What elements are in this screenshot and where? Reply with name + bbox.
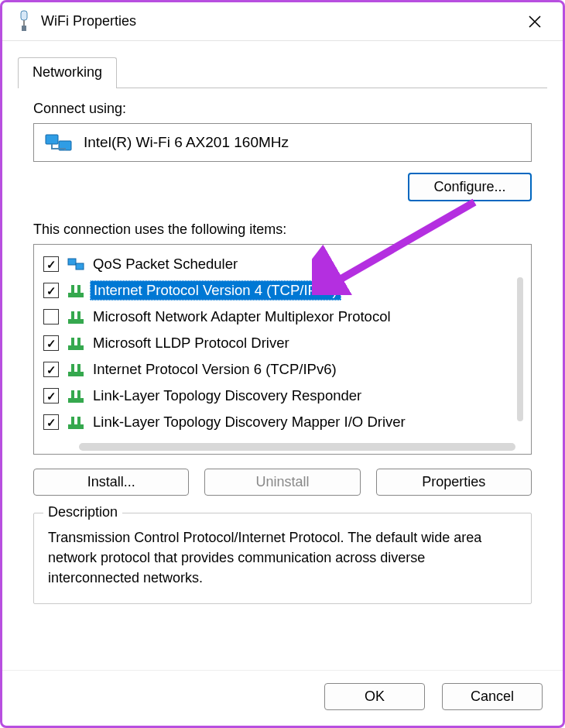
svg-rect-1 [23, 20, 25, 26]
item-checkbox[interactable] [43, 335, 59, 351]
close-icon [528, 15, 542, 29]
item-label: Link-Layer Topology Discovery Responder [90, 386, 365, 405]
item-label: Internet Protocol Version 4 (TCP/IPv4) [90, 280, 341, 300]
scrollbar-vertical[interactable] [517, 277, 523, 421]
svg-rect-3 [46, 135, 58, 144]
svg-rect-8 [71, 285, 74, 294]
connect-using-label: Connect using: [33, 101, 532, 117]
adapter-name: Intel(R) Wi-Fi 6 AX201 160MHz [84, 134, 289, 151]
svg-rect-20 [71, 390, 74, 399]
protocol-icon [67, 335, 85, 352]
svg-rect-15 [77, 338, 80, 346]
protocol-icon [67, 387, 85, 404]
footer: OK Cancel [2, 670, 563, 726]
svg-rect-10 [68, 319, 84, 324]
svg-rect-16 [68, 372, 84, 376]
item-label: Microsoft LLDP Protocol Driver [90, 334, 293, 352]
svg-rect-12 [77, 311, 80, 320]
description-text: Transmission Control Protocol/Internet P… [48, 527, 517, 588]
list-item[interactable]: Internet Protocol Version 4 (TCP/IPv4) [40, 277, 515, 304]
item-checkbox[interactable] [43, 388, 59, 403]
install-button[interactable]: Install... [33, 469, 189, 496]
content-area: Connect using: Intel(R) Wi-Fi 6 AX201 16… [2, 88, 563, 670]
svg-rect-2 [22, 26, 26, 31]
svg-rect-23 [71, 417, 74, 425]
list-item[interactable]: Microsoft Network Adapter Multiplexor Pr… [40, 304, 515, 330]
svg-rect-22 [68, 424, 84, 429]
list-item[interactable]: Link-Layer Topology Discovery Mapper I/O… [40, 409, 515, 435]
wifi-properties-window: WiFi Properties Networking Connect using… [2, 2, 563, 726]
svg-rect-18 [77, 364, 80, 373]
svg-rect-7 [68, 293, 84, 297]
action-row: Install... Uninstall Properties [33, 469, 532, 496]
titlebar: WiFi Properties [2, 2, 563, 41]
list-item[interactable]: Microsoft LLDP Protocol Driver [40, 330, 515, 356]
description-group: Description Transmission Control Protoco… [33, 513, 532, 604]
svg-rect-9 [77, 285, 80, 294]
item-label: Internet Protocol Version 6 (TCP/IPv6) [90, 360, 340, 379]
item-label: Link-Layer Topology Discovery Mapper I/O… [90, 413, 409, 431]
item-checkbox[interactable] [43, 283, 59, 298]
svg-rect-19 [68, 398, 84, 403]
svg-rect-14 [71, 338, 74, 346]
scrollbar-horizontal[interactable] [79, 443, 515, 451]
cancel-button[interactable]: Cancel [442, 683, 543, 710]
svg-rect-24 [77, 417, 80, 425]
svg-rect-21 [77, 390, 80, 399]
item-checkbox[interactable] [43, 414, 59, 430]
description-legend: Description [43, 504, 122, 520]
list-item[interactable]: QoS Packet Scheduler [40, 251, 515, 277]
adapter-box[interactable]: Intel(R) Wi-Fi 6 AX201 160MHz [33, 123, 532, 162]
window-title: WiFi Properties [41, 13, 519, 29]
svg-rect-17 [71, 364, 74, 373]
ok-button[interactable]: OK [324, 683, 425, 710]
wifi-icon [15, 10, 33, 33]
item-checkbox[interactable] [43, 362, 59, 377]
protocol-icon [67, 361, 85, 378]
svg-rect-11 [71, 311, 74, 320]
qos-icon [67, 256, 85, 273]
items-label: This connection uses the following items… [33, 221, 532, 238]
item-checkbox[interactable] [43, 256, 59, 272]
svg-rect-13 [68, 345, 84, 350]
item-label: Microsoft Network Adapter Multiplexor Pr… [90, 307, 394, 326]
item-checkbox[interactable] [43, 309, 59, 325]
list-item[interactable]: Internet Protocol Version 6 (TCP/IPv6) [40, 356, 515, 383]
protocol-icon [67, 308, 85, 325]
svg-rect-5 [68, 259, 76, 265]
close-button[interactable] [519, 6, 550, 37]
item-label: QoS Packet Scheduler [90, 255, 241, 273]
configure-button[interactable]: Configure... [408, 173, 532, 201]
network-adapter-icon [45, 132, 73, 153]
list-item[interactable]: Link-Layer Topology Discovery Responder [40, 383, 515, 409]
tab-networking[interactable]: Networking [18, 57, 117, 88]
svg-rect-6 [76, 263, 84, 270]
protocol-icon [67, 282, 85, 299]
tabstrip: Networking [18, 57, 547, 88]
svg-rect-0 [21, 11, 27, 20]
items-listbox[interactable]: QoS Packet SchedulerInternet Protocol Ve… [33, 244, 532, 455]
properties-button[interactable]: Properties [376, 469, 532, 496]
protocol-icon [67, 414, 85, 431]
uninstall-button: Uninstall [204, 469, 360, 496]
